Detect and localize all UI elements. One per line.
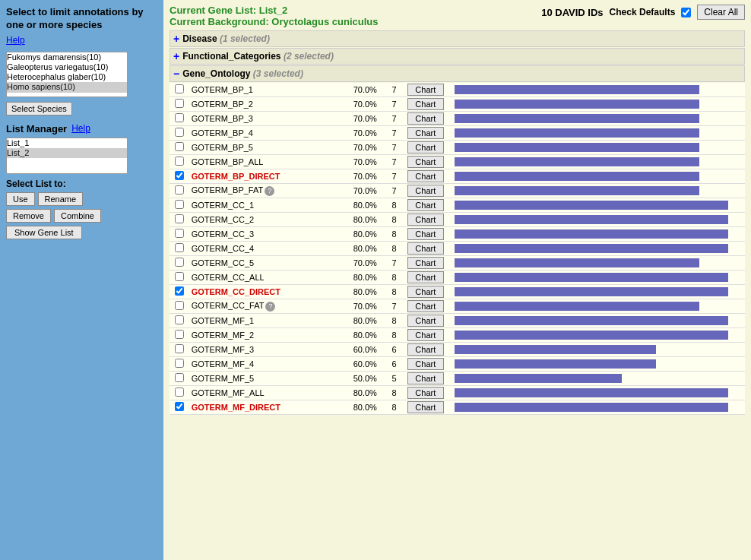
table-row: GOTERM_CC_DIRECT 80.0% 8 Chart	[170, 285, 745, 299]
row-pct: 80.0%	[353, 331, 377, 340]
list-listbox[interactable]: List_1 List_2	[6, 138, 128, 174]
chart-button[interactable]: Chart	[407, 257, 444, 269]
chart-button[interactable]: Chart	[407, 156, 444, 168]
row-checkbox[interactable]	[175, 214, 184, 223]
use-button[interactable]: Use	[6, 192, 35, 206]
functional-categories-section-header[interactable]: + Functional_Categories (2 selected)	[170, 48, 745, 65]
help-icon[interactable]: ?	[265, 186, 274, 196]
row-chart-cell: Chart	[399, 400, 453, 415]
species-listbox[interactable]: Fukomys damarensis(10) Galeopterus varie…	[6, 52, 128, 97]
row-checkbox[interactable]	[175, 258, 184, 267]
species-option[interactable]: Homo sapiens(10)	[7, 82, 127, 92]
list-manager-help-link[interactable]: Help	[71, 123, 90, 134]
progress-bar-container	[455, 331, 743, 340]
chart-button[interactable]: Chart	[407, 271, 444, 283]
gene-ontology-section-header[interactable]: − Gene_Ontology (3 selected)	[170, 65, 745, 82]
row-checkbox[interactable]	[175, 84, 184, 93]
list-option[interactable]: List_1	[7, 138, 127, 148]
row-checkbox-cell	[170, 285, 189, 299]
chart-button[interactable]: Chart	[407, 343, 444, 356]
row-checkbox[interactable]	[175, 359, 184, 368]
row-bar-cell	[452, 213, 745, 227]
disease-section-count: (1 selected)	[217, 33, 270, 44]
row-checkbox[interactable]	[175, 157, 184, 166]
row-checkbox[interactable]	[175, 315, 184, 324]
chart-button[interactable]: Chart	[407, 141, 444, 153]
help-icon[interactable]: ?	[265, 302, 275, 312]
row-checkbox-cell	[170, 112, 189, 126]
list-option[interactable]: List_2	[7, 148, 127, 158]
table-row: GOTERM_CC_ALL 80.0% 8 Chart	[170, 271, 745, 285]
chart-button[interactable]: Chart	[407, 228, 444, 240]
disease-section-header[interactable]: + Disease (1 selected)	[170, 30, 745, 47]
row-checkbox[interactable]	[175, 243, 184, 252]
row-checkbox[interactable]	[175, 171, 184, 180]
row-checkbox[interactable]	[175, 388, 184, 397]
row-num-cell: 6	[379, 343, 399, 357]
row-checkbox[interactable]	[175, 128, 184, 137]
row-checkbox[interactable]	[175, 200, 184, 209]
chart-button[interactable]: Chart	[407, 84, 444, 96]
progress-bar-container	[455, 100, 743, 109]
row-num: 8	[391, 201, 396, 210]
row-checkbox[interactable]	[175, 301, 184, 310]
progress-bar	[455, 215, 728, 224]
chart-button[interactable]: Chart	[407, 185, 444, 197]
combine-button[interactable]: Combine	[54, 209, 101, 223]
chart-button[interactable]: Chart	[407, 387, 444, 399]
row-checkbox[interactable]	[175, 373, 184, 382]
species-option[interactable]: Galeopterus variegatus(10)	[7, 62, 127, 72]
progress-bar-container	[455, 388, 743, 397]
chart-button[interactable]: Chart	[407, 112, 444, 125]
row-checkbox[interactable]	[175, 113, 184, 122]
chart-button[interactable]: Chart	[407, 329, 444, 341]
chart-button[interactable]: Chart	[407, 98, 444, 110]
show-gene-list-button[interactable]: Show Gene List	[6, 226, 82, 239]
species-option[interactable]: Heterocephalus glaber(10)	[7, 72, 127, 82]
check-defaults-label: Check Defaults	[610, 7, 676, 17]
chart-button[interactable]: Chart	[407, 214, 444, 226]
row-name-label: GOTERM_MF_4	[192, 359, 255, 369]
chart-button[interactable]: Chart	[407, 372, 444, 384]
chart-button[interactable]: Chart	[407, 358, 444, 370]
row-checkbox[interactable]	[175, 229, 184, 238]
gene-ontology-section-count: (3 selected)	[251, 68, 303, 79]
row-checkbox[interactable]	[175, 185, 184, 195]
row-pct: 80.0%	[353, 215, 377, 224]
clear-all-button[interactable]: Clear All	[697, 5, 745, 20]
chart-button[interactable]: Chart	[407, 401, 444, 413]
row-name-label: GOTERM_MF_3	[192, 345, 255, 354]
row-checkbox[interactable]	[175, 402, 184, 411]
chart-button[interactable]: Chart	[407, 170, 444, 182]
row-checkbox-cell	[170, 343, 189, 357]
species-option[interactable]: Fukomys damarensis(10)	[7, 52, 127, 62]
row-checkbox[interactable]	[175, 99, 184, 108]
remove-button[interactable]: Remove	[6, 209, 51, 223]
table-row: GOTERM_BP_1 70.0% 7 Chart	[170, 83, 745, 97]
row-checkbox[interactable]	[175, 272, 184, 281]
progress-bar	[455, 114, 699, 123]
row-checkbox[interactable]	[175, 344, 184, 353]
sidebar-help-link[interactable]: Help	[6, 35, 157, 46]
row-pct-cell: 80.0%	[335, 400, 379, 415]
row-bar-cell	[452, 184, 745, 198]
row-checkbox[interactable]	[175, 142, 184, 151]
chart-button[interactable]: Chart	[407, 300, 444, 312]
chart-button[interactable]: Chart	[407, 127, 444, 139]
chart-button[interactable]: Chart	[407, 199, 444, 211]
row-checkbox-cell	[170, 386, 189, 400]
row-checkbox[interactable]	[175, 330, 184, 339]
row-num: 7	[391, 302, 396, 311]
row-checkbox-cell	[170, 227, 189, 242]
row-pct: 70.0%	[353, 100, 377, 109]
row-bar-cell	[452, 299, 745, 314]
row-chart-cell: Chart	[399, 343, 453, 357]
check-defaults-checkbox[interactable]	[681, 8, 691, 17]
select-species-button[interactable]: Select Species	[6, 102, 72, 115]
row-checkbox[interactable]	[175, 286, 184, 296]
chart-button[interactable]: Chart	[407, 242, 444, 255]
chart-button[interactable]: Chart	[407, 286, 444, 298]
chart-button[interactable]: Chart	[407, 315, 444, 327]
rename-button[interactable]: Rename	[38, 192, 84, 206]
row-num-cell: 7	[379, 112, 399, 126]
